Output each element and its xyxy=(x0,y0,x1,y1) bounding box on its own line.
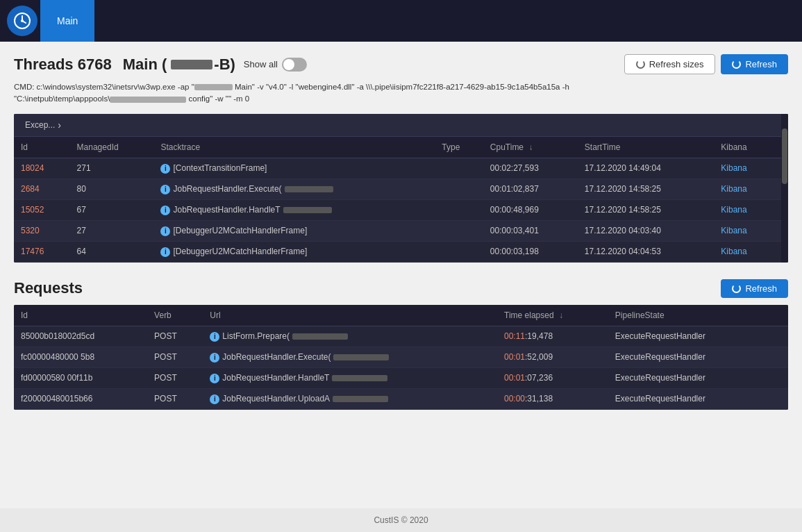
thread-cputime: 00:00:03,401 xyxy=(483,220,578,241)
table-row: 5320 27 i[DebuggerU2MCatchHandlerFrame] … xyxy=(14,220,788,241)
req-time-elapsed: 00:01:52,009 xyxy=(497,347,608,367)
main-tab[interactable]: Main xyxy=(40,0,94,42)
timeelapsed-sort-icon: ↓ xyxy=(559,310,563,320)
req-time-elapsed: 00:00:31,138 xyxy=(497,388,608,409)
col-stacktrace: Stacktrace xyxy=(153,137,435,158)
threads-scrollbar[interactable] xyxy=(781,114,788,263)
top-nav: Main xyxy=(0,0,802,42)
thread-id: 18024 xyxy=(14,158,70,178)
thread-kibana[interactable]: Kibana xyxy=(714,241,774,262)
req-col-id: Id xyxy=(14,305,147,326)
table-row: 17476 64 i[DebuggerU2MCatchHandlerFrame]… xyxy=(14,241,788,262)
thread-kibana[interactable]: Kibana xyxy=(714,220,774,241)
thread-managed-id: 271 xyxy=(70,158,154,178)
col-id: Id xyxy=(14,137,70,158)
thread-id: 5320 xyxy=(14,220,70,241)
thread-type xyxy=(435,178,483,199)
thread-kibana[interactable]: Kibana xyxy=(714,158,774,178)
thread-managed-id: 67 xyxy=(70,199,154,220)
info-icon: i xyxy=(160,164,170,174)
app-logo xyxy=(7,6,37,36)
req-id: fd00000580 00f11b xyxy=(14,367,147,388)
thread-starttime: 17.12.2020 04:04:53 xyxy=(578,241,714,262)
req-col-pipelinestate: PipelineState xyxy=(608,305,767,326)
req-info-icon: i xyxy=(210,394,219,404)
info-icon: i xyxy=(160,247,170,257)
chevron-right-icon: › xyxy=(58,119,61,131)
cmd-line: CMD: c:\windows\system32\inetsrv\w3wp.ex… xyxy=(14,81,788,106)
thread-type xyxy=(435,220,483,241)
req-verb: POST xyxy=(147,326,203,347)
req-col-url: Url xyxy=(203,305,497,326)
col-cputime[interactable]: CpuTime ↓ xyxy=(483,137,578,158)
table-row: 18024 271 i[ContextTransitionFrame] 00:0… xyxy=(14,158,788,178)
thread-id: 17476 xyxy=(14,241,70,262)
req-verb: POST xyxy=(147,388,203,409)
table-row: f200000480015b66 POST iJobRequestHandler… xyxy=(14,388,788,409)
col-managedid: ManagedId xyxy=(70,137,154,158)
threads-btn-group: Refresh sizes Refresh xyxy=(624,54,788,74)
col-type: Type xyxy=(435,137,483,158)
requests-section-header: Requests Refresh xyxy=(14,279,788,298)
thread-stacktrace: i[ContextTransitionFrame] xyxy=(153,158,435,178)
excep-toolbar-button[interactable]: Excep... › xyxy=(19,117,67,133)
requests-btn-group: Refresh xyxy=(721,279,788,298)
req-info-icon: i xyxy=(210,332,219,342)
req-empty xyxy=(767,347,788,367)
req-verb: POST xyxy=(147,367,203,388)
info-icon: i xyxy=(160,206,170,215)
req-pipeline-state: ExecuteRequestHandler xyxy=(608,367,767,388)
redacted-block-1 xyxy=(171,60,212,69)
show-all-label: Show all xyxy=(244,59,278,69)
req-info-icon: i xyxy=(210,353,219,363)
show-all-toggle[interactable] xyxy=(282,58,307,72)
refresh-sizes-icon xyxy=(636,60,645,69)
req-id: f200000480015b66 xyxy=(14,388,147,409)
req-url: iJobRequestHandler.Execute( xyxy=(203,347,497,367)
thread-type xyxy=(435,241,483,262)
thread-type xyxy=(435,158,483,178)
req-time-elapsed: 00:11:19,478 xyxy=(497,326,608,347)
req-col-verb: Verb xyxy=(147,305,203,326)
threads-table-body: 18024 271 i[ContextTransitionFrame] 00:0… xyxy=(14,158,788,262)
req-id: 85000b018002d5cd xyxy=(14,326,147,347)
req-url: iJobRequestHandler.UploadA xyxy=(203,388,497,409)
threads-refresh-icon xyxy=(732,60,741,69)
thread-cputime: 00:00:48,969 xyxy=(483,199,578,220)
thread-kibana[interactable]: Kibana xyxy=(714,178,774,199)
thread-stacktrace: i[DebuggerU2MCatchHandlerFrame] xyxy=(153,241,435,262)
req-pipeline-state: ExecuteRequestHandler xyxy=(608,388,767,409)
requests-title: Requests xyxy=(14,279,83,297)
col-kibana: Kibana xyxy=(714,137,774,158)
thread-managed-id: 27 xyxy=(70,220,154,241)
requests-refresh-button[interactable]: Refresh xyxy=(721,279,788,298)
table-row: fc00000480000 5b8 POST iJobRequestHandle… xyxy=(14,347,788,367)
excep-label: Excep... xyxy=(25,120,55,130)
req-url: iListForm.Prepare( xyxy=(203,326,497,347)
req-empty xyxy=(767,367,788,388)
threads-scrollbar-thumb xyxy=(782,128,787,184)
thread-starttime: 17.12.2020 04:03:40 xyxy=(578,220,714,241)
thread-kibana[interactable]: Kibana xyxy=(714,199,774,220)
threads-table-container: Excep... › Id ManagedId Stacktrace Type … xyxy=(14,114,788,263)
threads-refresh-button[interactable]: Refresh xyxy=(721,54,788,74)
refresh-sizes-button[interactable]: Refresh sizes xyxy=(624,54,716,74)
req-col-timeelapsed[interactable]: Time elapsed ↓ xyxy=(497,305,608,326)
threads-subtitle: Main ( xyxy=(119,56,167,74)
thread-stacktrace: i[DebuggerU2MCatchHandlerFrame] xyxy=(153,220,435,241)
thread-starttime: 17.12.2020 14:58:25 xyxy=(578,199,714,220)
req-url: iJobRequestHandler.HandleT xyxy=(203,367,497,388)
thread-starttime: 17.12.2020 14:49:04 xyxy=(578,158,714,178)
req-col-empty xyxy=(767,305,788,326)
thread-stacktrace: iJobRequestHandler.Execute( xyxy=(153,178,435,199)
table-row: 2684 80 iJobRequestHandler.Execute( 00:0… xyxy=(14,178,788,199)
threads-section-header: Threads 6768 Main ( -B) Show all Refresh… xyxy=(14,54,788,74)
footer: CustIS © 2020 xyxy=(0,508,802,532)
req-verb: POST xyxy=(147,347,203,367)
requests-refresh-icon xyxy=(732,284,741,293)
requests-table: Id Verb Url Time elapsed ↓ PipelineState… xyxy=(14,305,788,410)
info-icon: i xyxy=(160,185,170,194)
req-pipeline-state: ExecuteRequestHandler xyxy=(608,326,767,347)
req-time-elapsed: 00:01:07,236 xyxy=(497,367,608,388)
thread-stacktrace: iJobRequestHandler.HandleT xyxy=(153,199,435,220)
